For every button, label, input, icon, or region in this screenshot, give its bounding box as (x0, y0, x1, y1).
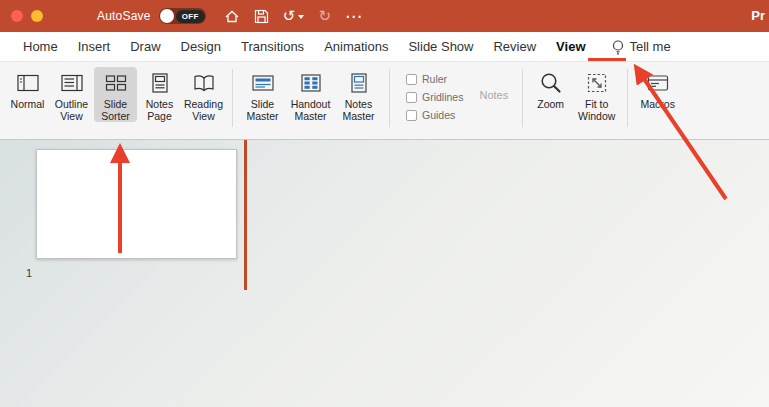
notes-page-button[interactable]: Notes Page (138, 67, 181, 122)
fit-to-window-label: Fit to Window (573, 98, 620, 122)
slide-sorter-button[interactable]: Slide Sorter (94, 67, 137, 122)
gridlines-checkbox-box[interactable] (406, 92, 417, 103)
notes-master-label: Notes Master (335, 98, 382, 122)
slide-sorter-icon (105, 70, 127, 96)
tab-transitions[interactable]: Transitions (232, 39, 313, 54)
document-area: 1 (0, 140, 769, 407)
guides-checkbox-box[interactable] (406, 110, 417, 121)
lightbulb-icon (611, 39, 625, 55)
guides-checkbox[interactable]: Guides (406, 109, 463, 121)
tab-home[interactable]: Home (14, 39, 67, 54)
notes-master-button[interactable]: Notes Master (335, 67, 382, 122)
zoom-label: Zoom (537, 98, 564, 110)
tell-me-label: Tell me (630, 39, 671, 54)
minimize-button[interactable] (31, 10, 43, 22)
ribbon-tabs: Home Insert Draw Design Transitions Anim… (0, 32, 769, 62)
slide-master-button[interactable]: Slide Master (239, 67, 286, 122)
autosave-label: AutoSave (97, 9, 151, 23)
tab-insert[interactable]: Insert (69, 39, 120, 54)
outline-view-icon (61, 70, 83, 96)
tab-design[interactable]: Design (172, 39, 230, 54)
master-views-group: Slide Master Handout Master (239, 67, 383, 139)
more-commands-button[interactable]: ⋯ (345, 8, 362, 25)
autosave-toggle[interactable]: OFF (159, 8, 206, 24)
close-button[interactable] (11, 10, 23, 22)
tab-draw[interactable]: Draw (121, 39, 169, 54)
tab-slide-show[interactable]: Slide Show (399, 39, 482, 54)
notes-page-icon (151, 70, 169, 96)
reading-view-icon (193, 70, 215, 96)
guides-label: Guides (422, 109, 455, 121)
show-group: Ruler Gridlines Guides (396, 67, 465, 139)
outline-view-button[interactable]: Outline View (50, 67, 93, 122)
presentation-views-group: Normal Outline View (6, 67, 226, 139)
group-separator (522, 69, 523, 127)
slide-number: 1 (26, 267, 32, 279)
reading-view-label: Reading View (182, 98, 225, 122)
ellipsis-icon: ⋯ (345, 8, 362, 25)
group-separator (232, 69, 233, 127)
redo-button[interactable]: ↻ (318, 9, 331, 24)
window-title: Pr (751, 8, 765, 23)
autosave-toggle-knob (160, 9, 174, 23)
zoom-icon (539, 70, 563, 96)
gridlines-checkbox[interactable]: Gridlines (406, 91, 463, 103)
fit-to-window-icon (585, 70, 609, 96)
autosave-toggle-state: OFF (176, 10, 205, 23)
handout-master-label: Handout Master (287, 98, 334, 122)
tab-review[interactable]: Review (484, 39, 545, 54)
undo-button[interactable]: ↺ (283, 9, 305, 24)
reading-view-button[interactable]: Reading View (182, 67, 225, 122)
redo-icon: ↻ (318, 9, 331, 24)
save-icon[interactable] (254, 9, 269, 24)
macros-icon (647, 70, 669, 96)
ruler-checkbox[interactable]: Ruler (406, 73, 463, 85)
notes-page-label: Notes Page (138, 98, 181, 122)
group-separator (389, 69, 390, 127)
undo-dropdown-icon[interactable] (298, 15, 304, 19)
ruler-label: Ruler (422, 73, 447, 85)
handout-master-icon (301, 70, 321, 96)
slide-sorter-label: Slide Sorter (94, 98, 137, 122)
slide-master-label: Slide Master (239, 98, 286, 122)
macros-button[interactable]: Macros (634, 67, 681, 110)
fit-to-window-button[interactable]: Fit to Window (573, 67, 620, 122)
ribbon-view-tab: Normal Outline View (0, 62, 769, 140)
zoom-group: Zoom Fit to Window (529, 67, 621, 139)
handout-master-button[interactable]: Handout Master (287, 67, 334, 122)
normal-view-button[interactable]: Normal (6, 67, 49, 110)
group-separator (627, 69, 628, 127)
notes-button[interactable]: Notes (479, 89, 508, 101)
undo-icon: ↺ (283, 9, 296, 24)
gridlines-label: Gridlines (422, 91, 463, 103)
traffic-lights (11, 10, 43, 22)
outline-view-label: Outline View (50, 98, 93, 122)
home-icon[interactable] (224, 9, 240, 24)
zoom-button[interactable]: Zoom (529, 67, 572, 110)
ruler-checkbox-box[interactable] (406, 74, 417, 85)
normal-view-label: Normal (11, 98, 45, 110)
titlebar: AutoSave OFF ↺ ↻ (0, 0, 769, 32)
slide-thumbnail[interactable] (36, 149, 237, 259)
normal-view-icon (17, 70, 39, 96)
tab-animations[interactable]: Animations (315, 39, 397, 54)
tab-tell-me[interactable]: Tell me (611, 39, 671, 55)
macros-group: Macros (634, 67, 682, 139)
slide-master-icon (252, 70, 274, 96)
notes-master-icon (350, 70, 368, 96)
powerpoint-window: AutoSave OFF ↺ ↻ (0, 0, 769, 407)
tab-view[interactable]: View (547, 39, 594, 54)
pane-divider[interactable] (244, 140, 247, 290)
macros-label: Macros (640, 98, 674, 110)
